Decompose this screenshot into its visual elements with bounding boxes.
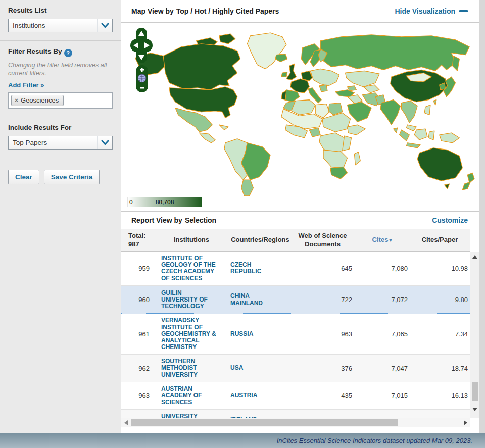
- row-institution[interactable]: SOUTHERN METHODIST UNIVERSITY: [154, 355, 229, 382]
- filter-title-text: Filter Results By: [8, 47, 62, 55]
- map-region-new-zealand-south[interactable]: [462, 182, 470, 190]
- choropleth-world-map[interactable]: [121, 25, 479, 199]
- map-region-sumatra[interactable]: [400, 130, 410, 141]
- clear-button[interactable]: Clear: [8, 170, 39, 184]
- column-header-cites-per-paper[interactable]: Cites/Paper: [410, 234, 470, 246]
- map-region-sri-lanka[interactable]: [394, 128, 398, 133]
- row-country[interactable]: IRELAND: [229, 413, 291, 418]
- row-country[interactable]: CZECH REPUBLIC: [229, 258, 291, 278]
- report-view-title-prefix: Report View by: [131, 216, 182, 224]
- row-country[interactable]: RUSSIA: [229, 327, 291, 341]
- map-region-saudi-arabia[interactable]: [348, 102, 372, 122]
- row-institution[interactable]: GUILIN UNIVERSITY OF TECHNOLOGY: [154, 286, 229, 314]
- table-row[interactable]: 963 AUSTRIAN ACADEMY OF SCIENCES AUSTRIA…: [121, 382, 470, 410]
- row-institution[interactable]: AUSTRIAN ACADEMY OF SCIENCES: [154, 382, 229, 410]
- vertical-scroll-thumb[interactable]: [472, 382, 478, 401]
- map-region-nigeria[interactable]: [309, 128, 320, 137]
- map-region-java[interactable]: [406, 143, 420, 148]
- map-region-portugal[interactable]: [281, 91, 286, 100]
- map-region-sulawesi[interactable]: [428, 131, 434, 140]
- map-region-chad-sudan[interactable]: [322, 113, 350, 132]
- map-region-kamchatka[interactable]: [453, 56, 460, 71]
- map-region-south-africa[interactable]: [330, 167, 348, 179]
- column-header-institutions[interactable]: Institutions: [154, 234, 229, 246]
- map-region-balkans[interactable]: [319, 85, 327, 92]
- map-region-greenland[interactable]: [248, 33, 286, 69]
- column-header-cites-sorted[interactable]: Cites▾: [354, 234, 410, 246]
- map-region-malaysia[interactable]: [406, 125, 416, 131]
- column-header-countries[interactable]: Countries/Regions: [229, 234, 291, 246]
- dataset-updated-text: InCites Essential Science Indicators dat…: [277, 437, 472, 444]
- map-region-philippines[interactable]: [424, 105, 430, 115]
- map-region-iceland[interactable]: [275, 54, 287, 62]
- row-country[interactable]: USA: [229, 361, 291, 375]
- map-region-borneo[interactable]: [414, 129, 427, 140]
- map-region-kazakhstan[interactable]: [346, 71, 379, 87]
- collapse-minus-icon: [459, 10, 468, 12]
- vertical-scrollbar[interactable]: [470, 252, 479, 418]
- scroll-right-button[interactable]: [461, 418, 470, 427]
- map-region-canada[interactable]: [163, 44, 240, 90]
- customize-link[interactable]: Customize: [432, 216, 468, 224]
- map-region-southern-africa[interactable]: [323, 150, 348, 168]
- row-country[interactable]: CHINA MAINLAND: [229, 289, 291, 310]
- map-region-arctic-islands[interactable]: [219, 34, 235, 44]
- zoom-control[interactable]: [136, 65, 148, 92]
- row-rank: 959: [121, 261, 154, 276]
- row-documents: 285: [291, 413, 354, 418]
- map-region-cuba[interactable]: [219, 125, 228, 130]
- pan-control[interactable]: [130, 28, 153, 63]
- row-institution[interactable]: UNIVERSITY COLLEGE CORK: [154, 410, 229, 418]
- include-results-value: Top Papers: [9, 139, 47, 146]
- horizontal-scrollbar[interactable]: [121, 418, 470, 427]
- horizontal-scroll-thumb[interactable]: [131, 419, 398, 426]
- table-row[interactable]: 959 INSTITUTE OF GEOLOGY OF THE CZECH AC…: [121, 252, 470, 286]
- legend-max-value: 80,708: [156, 198, 174, 206]
- results-list-dropdown[interactable]: Institutions: [8, 19, 113, 32]
- map-region-southern-cone[interactable]: [241, 180, 254, 196]
- add-filter-link[interactable]: Add Filter »: [8, 81, 44, 89]
- map-region-tasmania[interactable]: [445, 184, 450, 189]
- row-country[interactable]: AUSTRIA: [229, 389, 291, 403]
- scroll-left-button[interactable]: [121, 418, 130, 427]
- map-region-algeria[interactable]: [292, 100, 316, 115]
- table-row[interactable]: 960 GUILIN UNIVERSITY OF TECHNOLOGY CHIN…: [121, 286, 470, 314]
- hide-visualization-label: Hide Visualization: [395, 7, 455, 15]
- include-results-dropdown[interactable]: Top Papers: [8, 136, 113, 150]
- map-region-russia[interactable]: [320, 35, 469, 71]
- map-region-central-america[interactable]: [199, 133, 215, 143]
- row-institution[interactable]: VERNADSKY INSTITUTE OF GEOCHEMISTRY & AN…: [154, 314, 229, 354]
- map-region-eastern-europe[interactable]: [310, 69, 339, 86]
- map-region-india[interactable]: [380, 100, 401, 125]
- row-institution[interactable]: INSTITUTE OF GEOLOGY OF THE CZECH ACADEM…: [154, 252, 229, 285]
- map-region-madagascar[interactable]: [354, 152, 360, 165]
- map-region-egypt[interactable]: [328, 103, 343, 115]
- map-region-australia[interactable]: [417, 148, 462, 181]
- scroll-down-button[interactable]: [470, 404, 479, 414]
- table-row[interactable]: 961 VERNADSKY INSTITUTE OF GEOCHEMISTRY …: [121, 314, 470, 355]
- map-region-horn-of-africa[interactable]: [348, 125, 366, 135]
- filter-tag[interactable]: × Geosciences: [11, 95, 64, 106]
- table-row[interactable]: 964 UNIVERSITY COLLEGE CORK IRELAND 285 …: [121, 410, 470, 418]
- help-icon[interactable]: ?: [64, 49, 72, 57]
- results-list-section: Results List Institutions: [0, 0, 121, 41]
- table-row[interactable]: 962 SOUTHERN METHODIST UNIVERSITY USA 37…: [121, 355, 470, 382]
- scroll-up-button[interactable]: [470, 252, 479, 262]
- map-region-france[interactable]: [290, 79, 310, 93]
- column-header-documents[interactable]: Web of Science Documents: [291, 230, 354, 251]
- map-region-se-asia[interactable]: [402, 101, 418, 123]
- report-view-title: Report View bySelection: [131, 216, 216, 224]
- map-region-new-guinea[interactable]: [440, 133, 460, 143]
- row-cites-per-paper: 7.34: [410, 327, 470, 341]
- row-documents: 963: [291, 327, 354, 341]
- table-rows: 959 INSTITUTE OF GEOLOGY OF THE CZECH AC…: [121, 252, 470, 418]
- map-region-taiwan[interactable]: [433, 100, 437, 105]
- hide-visualization-link[interactable]: Hide Visualization: [395, 7, 468, 15]
- map-region-new-zealand-north[interactable]: [467, 173, 474, 183]
- row-rank: 962: [121, 361, 154, 376]
- remove-tag-icon[interactable]: ×: [15, 97, 18, 104]
- map-region-libya[interactable]: [315, 104, 329, 118]
- map-region-uk[interactable]: [286, 64, 297, 80]
- map-region-ireland[interactable]: [281, 72, 287, 77]
- save-criteria-button[interactable]: Save Criteria: [44, 170, 100, 184]
